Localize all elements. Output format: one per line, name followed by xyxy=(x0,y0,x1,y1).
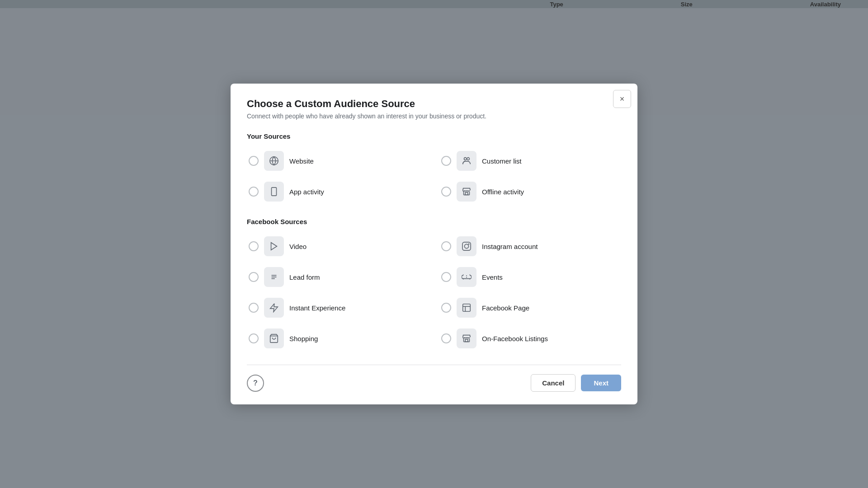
close-button[interactable]: × xyxy=(613,90,631,108)
modal-overlay: × Choose a Custom Audience Source Connec… xyxy=(0,0,868,488)
your-sources-grid: Website Customer list xyxy=(247,147,621,205)
footer-actions: Cancel Next xyxy=(531,374,621,392)
option-instant-experience[interactable]: Instant Experience xyxy=(247,294,429,321)
option-video[interactable]: Video xyxy=(247,233,429,260)
next-button[interactable]: Next xyxy=(581,375,621,391)
radio-app-activity[interactable] xyxy=(249,187,259,197)
radio-lead-form[interactable] xyxy=(249,272,259,282)
offline-activity-label: Offline activity xyxy=(482,188,524,196)
option-lead-form[interactable]: Lead form xyxy=(247,263,429,291)
option-on-facebook-listings[interactable]: On-Facebook Listings xyxy=(439,325,621,352)
your-sources-label: Your Sources xyxy=(247,132,621,140)
help-button[interactable]: ? xyxy=(247,375,264,392)
radio-offline-activity[interactable] xyxy=(441,187,451,197)
customer-list-label: Customer list xyxy=(482,157,522,165)
svg-point-9 xyxy=(468,244,469,244)
option-app-activity[interactable]: App activity xyxy=(247,178,429,205)
events-label: Events xyxy=(482,273,503,281)
instant-experience-label: Instant Experience xyxy=(289,304,345,312)
facebook-page-label: Facebook Page xyxy=(482,304,529,312)
svg-point-1 xyxy=(464,158,467,160)
cart-icon xyxy=(264,328,284,348)
instagram-icon xyxy=(457,236,476,256)
radio-events[interactable] xyxy=(441,272,451,282)
svg-marker-6 xyxy=(271,243,277,250)
svg-rect-14 xyxy=(463,304,471,312)
dialog: × Choose a Custom Audience Source Connec… xyxy=(231,84,637,404)
radio-instant-experience[interactable] xyxy=(249,303,259,313)
globe-icon xyxy=(264,151,284,171)
option-instagram[interactable]: Instagram account xyxy=(439,233,621,260)
radio-facebook-page[interactable] xyxy=(441,303,451,313)
close-icon: × xyxy=(620,94,625,104)
ticket-icon xyxy=(457,267,476,287)
facebook-sources-label: Facebook Sources xyxy=(247,218,621,225)
svg-point-2 xyxy=(467,158,470,160)
dialog-subtitle: Connect with people who have already sho… xyxy=(247,113,621,120)
svg-rect-3 xyxy=(272,188,277,196)
help-icon: ? xyxy=(253,379,258,387)
website-label: Website xyxy=(289,157,314,165)
option-facebook-page[interactable]: Facebook Page xyxy=(439,294,621,321)
radio-instagram[interactable] xyxy=(441,241,451,251)
on-facebook-listings-label: On-Facebook Listings xyxy=(482,335,548,343)
mobile-icon xyxy=(264,182,284,202)
option-website[interactable]: Website xyxy=(247,147,429,174)
cancel-button[interactable]: Cancel xyxy=(531,374,576,392)
people-icon xyxy=(457,151,476,171)
play-icon xyxy=(264,236,284,256)
option-customer-list[interactable]: Customer list xyxy=(439,147,621,174)
radio-customer-list[interactable] xyxy=(441,156,451,166)
radio-website[interactable] xyxy=(249,156,259,166)
option-shopping[interactable]: Shopping xyxy=(247,325,429,352)
bolt-icon xyxy=(264,298,284,318)
radio-shopping[interactable] xyxy=(249,333,259,343)
video-label: Video xyxy=(289,243,307,250)
option-events[interactable]: Events xyxy=(439,263,621,291)
fb-page-icon xyxy=(457,298,476,318)
shopping-label: Shopping xyxy=(289,335,318,343)
option-offline-activity[interactable]: Offline activity xyxy=(439,178,621,205)
svg-rect-5 xyxy=(465,192,468,195)
list-icon xyxy=(264,267,284,287)
dialog-footer: ? Cancel Next xyxy=(247,365,621,392)
store-icon xyxy=(457,182,476,202)
svg-rect-18 xyxy=(465,339,468,342)
lead-form-label: Lead form xyxy=(289,273,320,281)
instagram-label: Instagram account xyxy=(482,243,538,250)
dialog-title: Choose a Custom Audience Source xyxy=(247,98,621,110)
radio-on-facebook-listings[interactable] xyxy=(441,333,451,343)
store2-icon xyxy=(457,328,476,348)
svg-rect-7 xyxy=(462,242,471,250)
svg-point-8 xyxy=(464,244,468,248)
app-activity-label: App activity xyxy=(289,188,324,196)
radio-video[interactable] xyxy=(249,241,259,251)
facebook-sources-grid: Video Instagram account xyxy=(247,233,621,352)
